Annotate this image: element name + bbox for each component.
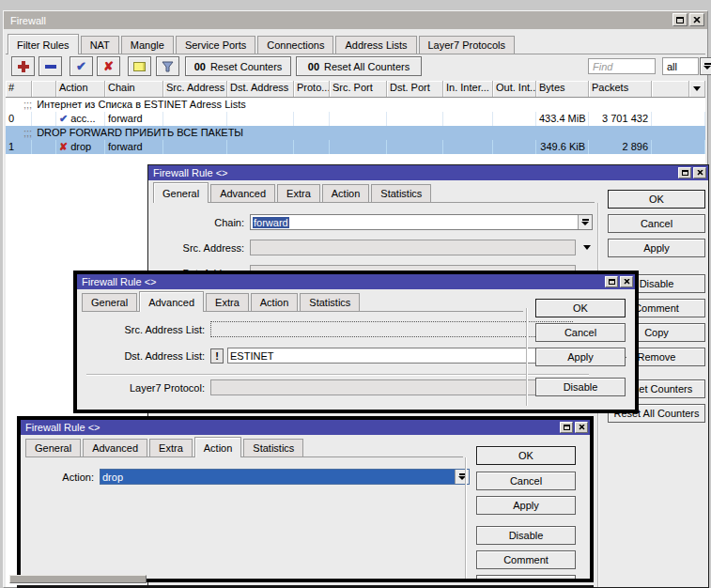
tab-statistics[interactable]: Statistics [300,293,360,311]
col-header-extra[interactable] [652,81,689,97]
action-combobox[interactable]: drop [100,469,470,485]
disable-button[interactable]: Disable [476,526,576,545]
action-value: drop [100,472,455,483]
rule-row-0[interactable]: 0 ✔acc... forward 433.4 MiB 3 701 432 [6,112,705,126]
comment-prefix: ;;; [23,99,32,110]
rule-number: 0 [6,112,32,126]
tab-advanced[interactable]: Advanced [210,184,275,202]
ok-button[interactable]: OK [535,299,626,317]
maximize-button[interactable] [678,167,691,178]
chain-dropdown-button[interactable] [578,215,592,229]
col-header-action[interactable]: Action [56,81,105,97]
main-titlebar[interactable]: Firewall [4,11,707,29]
reset-all-counters-button[interactable]: 00 Reset All Counters [296,56,422,76]
comment-button[interactable]: Comment [476,550,576,569]
apply-button[interactable]: Apply [476,496,576,515]
tab-general[interactable]: General [82,293,137,311]
chain-selected-text: forward [253,217,289,228]
drop-icon: ✘ [59,142,68,152]
tab-connections[interactable]: Connections [257,36,333,54]
dialog-titlebar[interactable]: Firewall Rule <> [21,420,590,435]
close-icon [624,279,630,285]
find-input[interactable] [588,58,656,74]
tab-action[interactable]: Action [322,184,370,202]
add-rule-button[interactable] [11,56,35,76]
tab-action[interactable]: Action [194,437,242,457]
dropdown-arrow-icon[interactable] [583,245,591,250]
filter-button[interactable] [156,56,179,76]
dialog-titlebar[interactable]: Firewall Rule <> [77,274,635,289]
tab-service-ports[interactable]: Service Ports [176,36,255,54]
maximize-button[interactable] [560,422,573,433]
col-header-protocol[interactable]: Proto... [294,81,330,97]
tab-general[interactable]: General [25,439,81,456]
comment-rule-button[interactable] [128,56,151,76]
filter-scope-arrow-button[interactable] [700,57,711,75]
tab-address-lists[interactable]: Address Lists [335,36,416,54]
tab-extra[interactable]: Extra [149,439,193,456]
tab-layer7-protocols[interactable]: Layer7 Protocols [419,36,516,54]
apply-button[interactable]: Apply [535,348,626,366]
col-header-src-address[interactable]: Src. Address [163,81,227,97]
tab-statistics[interactable]: Statistics [243,439,303,456]
src-address-field[interactable] [250,240,576,255]
firewall-rule-dialog-advanced: Firewall Rule <> General Advanced Extra … [73,271,639,413]
maximize-icon [682,170,688,176]
ok-button[interactable]: OK [608,190,705,209]
comment-row-internet[interactable]: ;;;Интернет из Списка в ESTINET Adress L… [6,98,705,112]
tab-extra[interactable]: Extra [277,184,320,202]
col-header-dst-port[interactable]: Dst. Port [387,81,443,97]
filter-scope-dropdown[interactable]: all [662,57,699,75]
rule-row-1-selected[interactable]: 1 ✘drop forward 349.6 KiB 2 896 [6,140,705,154]
cancel-button[interactable]: Cancel [535,323,626,342]
col-header-out-interface[interactable]: Out. Int... [493,81,536,97]
maximize-button[interactable] [672,13,688,26]
tab-filter-rules[interactable]: Filter Rules [8,34,79,54]
src-address-list-field[interactable] [210,321,573,337]
chain-combobox[interactable]: forward [250,214,593,230]
col-header-number[interactable]: # [6,81,32,97]
reset-counters-button[interactable]: 00 Reset Counters [185,56,291,76]
col-header-in-interface[interactable]: In. Inter... [443,81,493,97]
disable-button[interactable]: Disable [535,378,626,396]
action-dropdown-button[interactable] [455,470,469,484]
col-header-bytes[interactable]: Bytes [536,81,589,97]
rule-in-interface [443,140,493,154]
bottom-scrollbar-fragment[interactable] [9,575,147,583]
column-select-button[interactable] [689,81,705,97]
enable-rule-button[interactable]: ✔ [70,56,93,76]
remove-rule-button[interactable] [39,56,62,76]
tab-statistics[interactable]: Statistics [371,184,431,202]
close-button[interactable] [575,422,588,433]
negate-toggle[interactable]: ! [210,348,224,364]
col-header-packets[interactable]: Packets [589,81,652,97]
layer7-protocol-field[interactable] [210,379,573,395]
dialog-title: Firewall Rule <> [25,422,100,433]
dialog-titlebar[interactable]: Firewall Rule <> [148,165,708,180]
tab-mangle[interactable]: Mangle [121,36,174,54]
col-header-flags[interactable] [32,81,56,97]
copy-button[interactable]: Copy [476,575,576,582]
apply-button[interactable]: Apply [608,239,705,257]
maximize-button[interactable] [605,276,618,287]
tab-advanced[interactable]: Advanced [83,439,147,456]
counters-00-icon: 00 [194,61,206,72]
col-header-chain[interactable]: Chain [105,81,163,97]
comment-row-drop-selected[interactable]: ;;;DROP FORWARD ПРИБИТЬ ВСЕ ПАКЕТЫ [6,126,705,140]
close-button[interactable] [693,167,706,178]
tab-advanced[interactable]: Advanced [139,291,204,312]
col-header-dst-address[interactable]: Dst. Address [227,81,294,97]
cancel-button[interactable]: Cancel [608,214,705,233]
tab-action[interactable]: Action [251,293,299,311]
tab-general[interactable]: General [153,182,209,203]
firewall-rule-dialog-action: Firewall Rule <> General Advanced Extra … [17,416,594,582]
tab-extra[interactable]: Extra [206,293,249,311]
cancel-button[interactable]: Cancel [476,472,576,490]
close-button[interactable] [689,13,704,26]
tab-nat[interactable]: NAT [81,36,119,54]
ok-button[interactable]: OK [476,446,576,465]
disable-rule-button[interactable]: ✘ [97,56,120,76]
col-header-src-port[interactable]: Src. Port [330,81,387,97]
close-button[interactable] [620,276,633,287]
comment-prefix: ;;; [23,127,32,138]
